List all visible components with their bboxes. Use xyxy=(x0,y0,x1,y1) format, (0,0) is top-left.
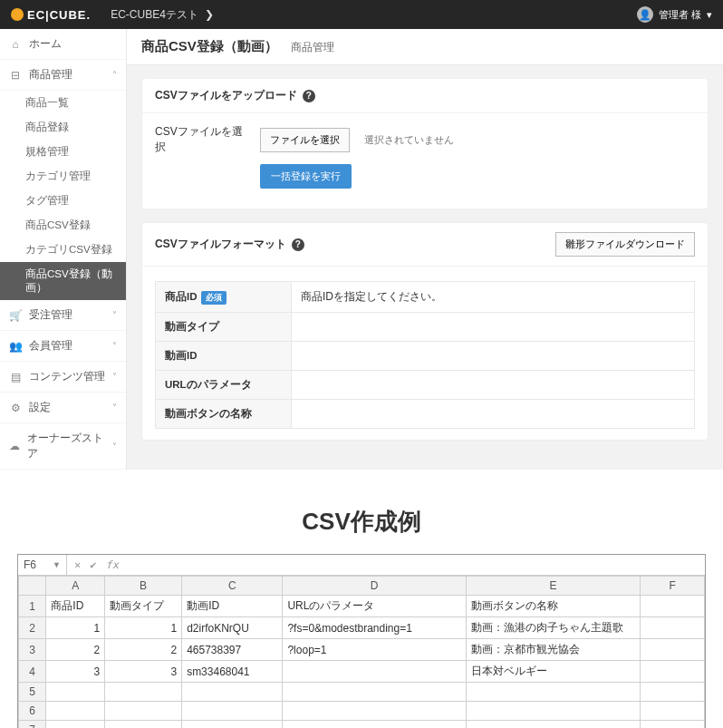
sidebar-sub-csv-movie[interactable]: 商品CSV登録（動画） xyxy=(0,262,126,300)
cell[interactable] xyxy=(105,721,182,729)
cell[interactable] xyxy=(283,661,466,683)
cell[interactable]: 日本対ベルギー xyxy=(466,661,640,683)
column-header[interactable]: D xyxy=(283,577,466,596)
cell[interactable] xyxy=(641,721,705,729)
cell[interactable]: 動画：京都市観光協会 xyxy=(466,639,640,661)
cell[interactable] xyxy=(466,702,640,721)
cell[interactable]: sm33468041 xyxy=(182,661,283,683)
sidebar-sub-product-register[interactable]: 商品登録 xyxy=(0,115,126,140)
row-header[interactable]: 4 xyxy=(19,661,46,683)
cell[interactable]: 動画ボタンの名称 xyxy=(466,596,640,617)
cell[interactable] xyxy=(283,683,466,702)
cell[interactable]: 465738397 xyxy=(182,639,283,661)
cell[interactable] xyxy=(466,721,640,729)
cell[interactable]: ?loop=1 xyxy=(283,639,466,661)
cell[interactable] xyxy=(46,702,105,721)
cell[interactable] xyxy=(641,683,705,702)
format-panel-header: CSVファイルフォーマット ? 雛形ファイルダウンロード xyxy=(142,223,708,267)
format-row: URLのパラメータ xyxy=(156,371,695,400)
cell[interactable] xyxy=(105,683,182,702)
spreadsheet-example: F6 ▼ ✕ ✔ fx ABCDEF 1商品ID動画タイプ動画IDURLのパラメ… xyxy=(17,554,706,728)
site-switcher[interactable]: EC-CUBE4テスト ❯ xyxy=(111,7,214,23)
accept-icon[interactable]: ✔ xyxy=(90,558,96,571)
cell[interactable] xyxy=(283,721,466,729)
cell[interactable]: 動画ID xyxy=(182,596,283,617)
cell[interactable] xyxy=(466,683,640,702)
cell[interactable]: 動画タイプ xyxy=(105,596,182,617)
column-header[interactable]: E xyxy=(466,577,640,596)
format-row-label: 動画ボタンの名称 xyxy=(156,400,292,429)
cart-icon: 🛒 xyxy=(9,309,22,322)
cell[interactable] xyxy=(46,721,105,729)
sidebar-sub-csv-category[interactable]: カテゴリCSV登録 xyxy=(0,238,126,262)
logo[interactable]: EC|CUBE. xyxy=(11,8,91,22)
column-header[interactable]: C xyxy=(182,577,283,596)
cell[interactable]: 1 xyxy=(105,617,182,639)
logo-mark-icon xyxy=(11,8,24,21)
cell[interactable]: 2 xyxy=(105,639,182,661)
cell[interactable] xyxy=(182,683,283,702)
row-header[interactable]: 3 xyxy=(19,639,46,661)
sidebar-item-home[interactable]: ⌂ ホーム xyxy=(0,29,126,60)
exec-row: 一括登録を実行 xyxy=(155,164,695,189)
row-header[interactable]: 6 xyxy=(19,702,46,721)
fx-bar[interactable]: ✕ ✔ fx xyxy=(67,555,705,575)
cell[interactable] xyxy=(641,596,705,617)
row-header[interactable]: 2 xyxy=(19,617,46,639)
sidebar-item-label: 会員管理 xyxy=(29,338,72,354)
cell[interactable]: URLのパラメータ xyxy=(283,596,466,617)
cell[interactable]: ?fs=0&modestbranding=1 xyxy=(283,617,466,639)
sheet-corner[interactable] xyxy=(19,577,46,596)
sidebar-item-order[interactable]: 🛒 受注管理 ˅ xyxy=(0,300,126,331)
download-template-button[interactable]: 雛形ファイルダウンロード xyxy=(555,232,695,257)
cell[interactable]: 商品ID xyxy=(46,596,105,617)
cell[interactable]: 3 xyxy=(46,661,105,683)
sidebar-item-setting[interactable]: ⚙ 設定 ˅ xyxy=(0,393,126,423)
sidebar-item-label: 受注管理 xyxy=(29,307,72,323)
cell[interactable] xyxy=(641,661,705,683)
cell[interactable]: d2irfoKNrQU xyxy=(182,617,283,639)
cell[interactable] xyxy=(182,721,283,729)
sidebar-sub-csv-product[interactable]: 商品CSV登録 xyxy=(0,213,126,238)
execute-button[interactable]: 一括登録を実行 xyxy=(260,164,352,189)
table-row: 6 xyxy=(19,702,705,721)
sidebar-item-products[interactable]: ⊟ 商品管理 ˄ xyxy=(0,60,126,91)
cancel-icon[interactable]: ✕ xyxy=(74,558,81,571)
sidebar-sub-tag[interactable]: タグ管理 xyxy=(0,189,126,213)
sidebar-sub-class-manage[interactable]: 規格管理 xyxy=(0,140,126,164)
cell[interactable] xyxy=(182,702,283,721)
cell[interactable] xyxy=(105,702,182,721)
column-header[interactable]: F xyxy=(641,577,705,596)
choose-file-button[interactable]: ファイルを選択 xyxy=(260,128,350,152)
cell[interactable] xyxy=(641,639,705,661)
sidebar-item-member[interactable]: 👥 会員管理 ˅ xyxy=(0,331,126,362)
user-menu[interactable]: 👤 管理者 様 ▾ xyxy=(637,6,712,23)
cell[interactable]: 1 xyxy=(46,617,105,639)
sidebar-sub-product-list[interactable]: 商品一覧 xyxy=(0,91,126,115)
upload-panel: CSVファイルをアップロード ? CSVファイルを選択 ファイルを選択 選択され… xyxy=(141,78,709,209)
help-icon[interactable]: ? xyxy=(292,238,304,251)
format-row-label: 動画ID xyxy=(156,342,292,371)
row-header[interactable]: 5 xyxy=(19,683,46,702)
cell[interactable]: 3 xyxy=(105,661,182,683)
row-header[interactable]: 1 xyxy=(19,596,46,617)
cell[interactable] xyxy=(641,702,705,721)
column-header[interactable]: B xyxy=(105,577,182,596)
fx-icon[interactable]: fx xyxy=(105,558,118,571)
sidebar-item-owner[interactable]: ☁ オーナーズストア ˅ xyxy=(0,423,126,470)
chevron-down-icon: ˅ xyxy=(112,403,117,413)
home-icon: ⌂ xyxy=(9,38,22,51)
sidebar-item-content[interactable]: ▤ コンテンツ管理 ˅ xyxy=(0,362,126,393)
sidebar-sub-category[interactable]: カテゴリ管理 xyxy=(0,164,126,189)
cell[interactable] xyxy=(46,683,105,702)
column-header[interactable]: A xyxy=(46,577,105,596)
cell[interactable] xyxy=(283,702,466,721)
help-icon[interactable]: ? xyxy=(303,90,315,102)
cell[interactable] xyxy=(641,617,705,639)
cell[interactable]: 動画：漁港の肉子ちゃん主題歌 xyxy=(466,617,640,639)
format-row: 動画ID xyxy=(156,342,695,371)
row-header[interactable]: 7 xyxy=(19,721,46,729)
spreadsheet-grid[interactable]: ABCDEF 1商品ID動画タイプ動画IDURLのパラメータ動画ボタンの名称21… xyxy=(18,576,705,728)
cell[interactable]: 2 xyxy=(46,639,105,661)
cell-name-box[interactable]: F6 ▼ xyxy=(18,555,67,575)
